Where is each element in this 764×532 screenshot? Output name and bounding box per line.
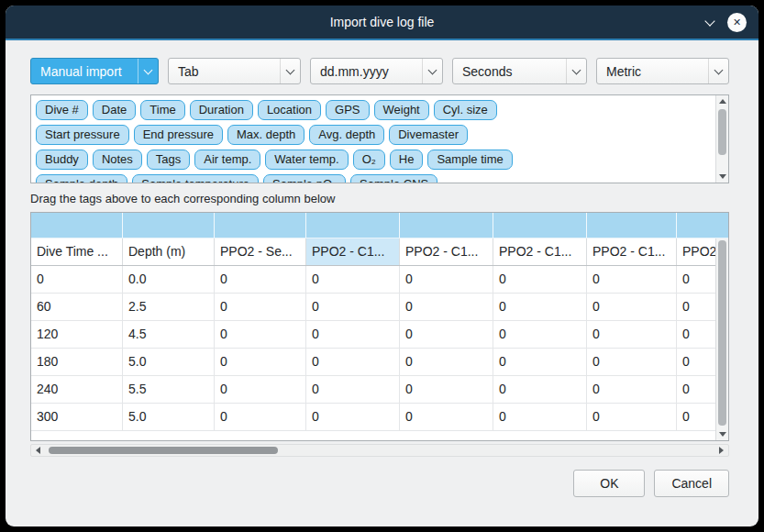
column-header[interactable]: PPO2 - C1... [493,238,587,265]
table-cell: 0 [215,266,306,293]
table-clip: Dive Time ...Depth (m)PPO2 - Se...PPO2 -… [31,238,715,440]
table-cell: 0 [587,294,677,320]
tag-location[interactable]: Location [258,100,321,120]
tag-o[interactable]: O₂ [353,150,385,170]
field-separator-select[interactable]: Tab [168,58,301,84]
dropzone-cell[interactable] [400,213,493,238]
table-row: 1805.0000000 [31,349,715,376]
table-row: 00.0000000 [31,266,715,294]
scrollbar-up-button[interactable] [716,95,728,107]
date-format-select[interactable]: dd.mm.yyyy [310,58,443,84]
column-header[interactable]: PPO2 - C1... [306,238,400,265]
tag-sample-po[interactable]: Sample pO₂ [263,174,346,183]
dropzone-row [31,213,728,238]
tag-weight[interactable]: Weight [374,100,429,120]
scrollbar-down-button[interactable] [716,428,728,440]
table-cell: 0 [306,349,400,375]
tag-max-depth[interactable]: Max. depth [227,125,304,145]
tag-cyl-size[interactable]: Cyl. size [434,100,497,120]
tag-avg-depth[interactable]: Avg. depth [309,125,384,145]
table-cell: 0 [587,349,677,375]
table-cell: 0 [306,266,400,293]
table-cell: 5.5 [123,376,215,403]
close-button[interactable]: ✕ [727,13,747,32]
tag-start-pressure[interactable]: Start pressure [36,125,129,145]
tag-row: BuddyNotesTagsAir temp.Water temp.O₂HeSa… [36,150,710,170]
units-select[interactable]: Metric [596,58,729,84]
drag-instruction-label: Drag the tags above to each correspondin… [30,192,729,206]
table-cell: 0 [215,404,306,430]
scrollbar-left-button[interactable] [31,445,45,456]
dropzone-cell[interactable] [493,213,587,238]
table-cell: 0 [677,404,715,430]
dropzone-cell[interactable] [587,213,677,238]
titlebar[interactable]: Import dive log file ✕ [6,6,758,39]
scrollbar-thumb[interactable] [718,109,726,155]
ok-button[interactable]: OK [573,470,645,497]
tag-list-scrollbar[interactable] [715,95,728,183]
import-mode-select[interactable]: Manual import [30,58,159,84]
table-cell: 0 [493,266,587,293]
tag-gps[interactable]: GPS [326,100,369,120]
table-row: 602.5000000 [31,294,715,321]
scrollbar-thumb[interactable] [718,240,726,426]
dropzone-cell[interactable] [31,213,123,238]
tag-dive[interactable]: Dive # [36,100,88,120]
column-header[interactable]: Dive Time ... [31,238,123,265]
chevron-down-icon[interactable] [706,12,714,28]
tag-water-temp[interactable]: Water temp. [265,150,348,170]
table-cell: 0 [493,404,587,430]
table-row: 3005.0000000 [31,404,715,431]
tag-air-temp[interactable]: Air temp. [194,150,260,170]
titlebar-actions: ✕ [706,6,747,39]
column-header[interactable]: PPO2 - C1... [400,238,493,265]
tag-he[interactable]: He [390,150,424,170]
tag-sample-temperature[interactable]: Sample temperature [132,174,259,183]
table-cell: 300 [31,404,123,430]
duration-format-select[interactable]: Seconds [452,58,587,84]
column-header[interactable]: PPO2 - C1... [587,238,677,265]
column-header[interactable]: Depth (m) [123,238,215,265]
tag-tags[interactable]: Tags [147,150,190,170]
tag-duration[interactable]: Duration [190,100,253,120]
tag-buddy[interactable]: Buddy [36,150,88,170]
table-cell: 0 [306,294,400,320]
scrollbar-down-button[interactable] [716,171,728,183]
table-cell: 0 [493,349,587,375]
table-row: 2405.5000000 [31,376,715,404]
field-separator-value: Tab [169,64,280,79]
table-cell: 0 [400,349,493,375]
tag-sample-cns[interactable]: Sample CNS [350,174,437,183]
dropzone-cell[interactable] [677,213,728,238]
table-cell: 0 [215,349,306,375]
table-cell: 60 [31,294,123,320]
scrollbar-right-button[interactable] [714,445,728,456]
column-header[interactable]: PPO2 [677,238,715,265]
scrollbar-thumb[interactable] [49,447,278,454]
import-dialog-window: Import dive log file ✕ Manual import Tab… [6,6,758,526]
table-cell: 0 [493,376,587,403]
tag-end-pressure[interactable]: End pressure [134,125,223,145]
tag-sample-time[interactable]: Sample time [427,150,512,170]
options-toolbar: Manual import Tab dd.mm.yyyy Seconds Met… [30,58,729,84]
cancel-button[interactable]: Cancel [654,470,729,497]
table-cell: 0 [677,376,715,403]
tag-sample-depth[interactable]: Sample depth [36,174,127,183]
preview-table: Dive Time ...Depth (m)PPO2 - Se...PPO2 -… [30,212,729,441]
tag-time[interactable]: Time [140,100,184,120]
table-cell: 4.5 [123,321,215,348]
table-vertical-scrollbar[interactable] [715,238,728,440]
dropzone-cell[interactable] [306,213,400,238]
tag-divemaster[interactable]: Divemaster [389,125,468,145]
tag-date[interactable]: Date [93,100,136,120]
table-cell: 0 [677,294,715,320]
tag-list-box: Dive #DateTimeDurationLocationGPSWeightC… [30,94,729,183]
column-header-row: Dive Time ...Depth (m)PPO2 - Se...PPO2 -… [31,238,715,266]
dropzone-cell[interactable] [123,213,215,238]
table-cell: 0 [306,404,400,430]
tag-notes[interactable]: Notes [93,150,142,170]
import-mode-value: Manual import [31,64,138,79]
dropzone-cell[interactable] [215,213,306,238]
column-header[interactable]: PPO2 - Se... [215,238,306,265]
table-horizontal-scrollbar[interactable] [30,444,729,457]
